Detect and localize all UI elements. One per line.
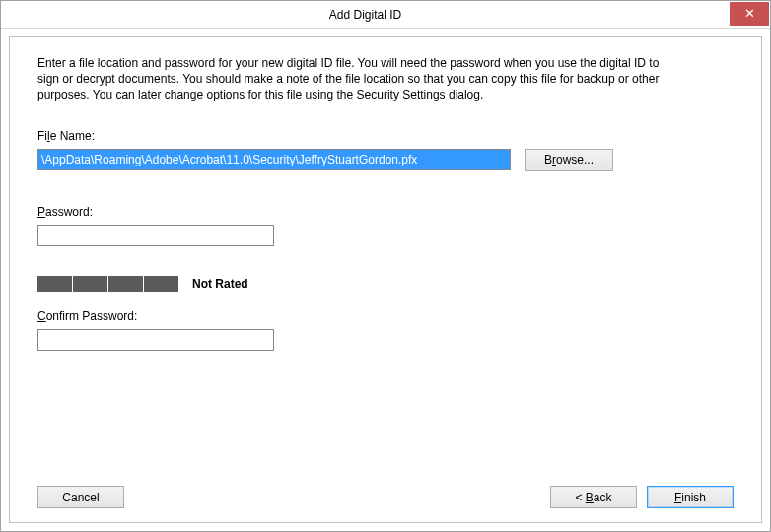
close-icon: ✕	[744, 7, 755, 20]
confirm-password-block: Confirm Password:	[37, 309, 734, 351]
strength-segment	[144, 276, 178, 292]
file-name-label: File Name:	[37, 129, 734, 143]
window-title: Add Digital ID	[1, 8, 730, 22]
titlebar: Add Digital ID ✕	[1, 1, 770, 29]
password-strength-label: Not Rated	[192, 277, 248, 291]
back-button[interactable]: < Back	[550, 486, 637, 508]
confirm-password-input[interactable]	[37, 329, 274, 351]
strength-segment	[37, 276, 72, 292]
strength-segment	[108, 276, 143, 292]
browse-button[interactable]: Browse...	[525, 149, 613, 171]
password-block: Password:	[37, 205, 734, 246]
content-wrap: Enter a file location and password for y…	[1, 29, 770, 531]
inner-panel: Enter a file location and password for y…	[9, 36, 762, 523]
cancel-button[interactable]: Cancel	[37, 486, 124, 508]
confirm-password-label: Confirm Password:	[37, 309, 734, 323]
close-button[interactable]: ✕	[730, 2, 769, 26]
dialog-button-row: Cancel < Back Finish	[37, 474, 734, 508]
finish-button[interactable]: Finish	[647, 486, 734, 508]
instructions-text: Enter a file location and password for y…	[37, 55, 668, 103]
password-input[interactable]	[37, 225, 274, 246]
file-name-input[interactable]	[37, 149, 511, 170]
password-strength-row: Not Rated	[37, 276, 734, 292]
password-label: Password:	[37, 205, 734, 219]
file-name-row: Browse...	[37, 149, 734, 171]
add-digital-id-window: Add Digital ID ✕ Enter a file location a…	[0, 0, 771, 532]
strength-segment	[73, 276, 107, 292]
password-strength-meter	[37, 276, 178, 292]
